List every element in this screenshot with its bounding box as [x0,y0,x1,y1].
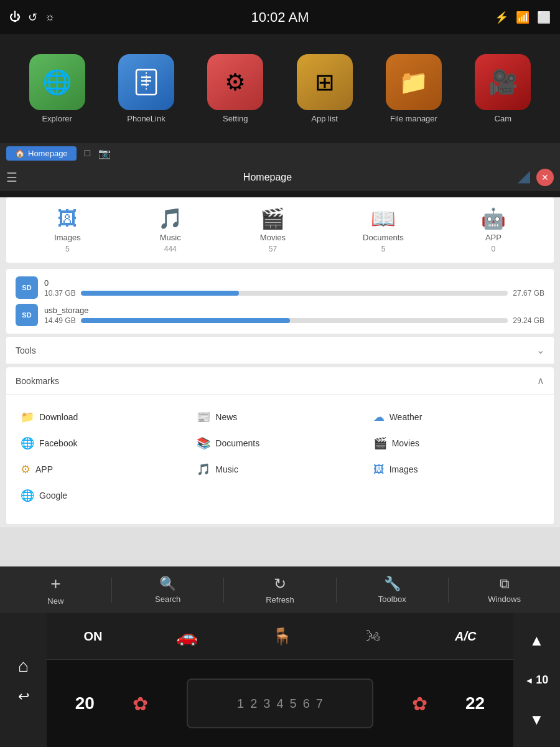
fan-level-6[interactable]: 6 [303,697,310,711]
storage-name-usb: usb_storage [44,306,544,315]
app-icon: 🤖 [481,207,506,230]
fan-level-2[interactable]: 2 [250,697,257,711]
refresh-btn-icon: ↻ [274,575,286,593]
bookmark-movies-label: Movies [392,438,419,448]
storage-usb[interactable]: SD usb_storage 14.49 GB 29.24 GB [16,304,544,326]
explorer-icon: 🌐 [29,54,85,110]
fan-level-3[interactable]: 3 [263,697,270,711]
storage-bar-bg-usb [81,318,508,323]
app-bar: 🌐 Explorer PhoneLink ⚙ Setting ⊞ App lis… [0,34,560,143]
storage-bar-fill-usb [81,318,290,323]
bookmark-images[interactable]: 🖼 Images [368,456,544,482]
fan-left-icon[interactable]: ✿ [133,693,148,715]
refresh-label: Refresh [266,595,294,604]
filemanager-icon: 📁 [386,54,442,110]
app-phonelink[interactable]: PhoneLink [118,54,174,123]
filemanager-label: File manager [390,114,437,123]
new-tab-icon[interactable]: □ [85,148,91,159]
bookmark-documents[interactable]: 📚 Documents [192,430,368,456]
media-app[interactable]: 🤖 APP 0 [481,207,506,253]
brightness-icon[interactable]: ☼ [45,11,55,24]
bookmark-news[interactable]: 📰 News [192,404,368,430]
tools-section-header[interactable]: Tools ⌄ [6,337,554,364]
bottom-toolbar: + New 🔍 Search ↻ Refresh 🔧 Toolbox ⧉ Win… [0,566,560,613]
windows-button[interactable]: ⧉ Windows [449,566,560,613]
setting-icon: ⚙ [207,54,263,110]
screenshot-icon[interactable]: 📷 [98,148,111,159]
car-icon: 🚗 [176,626,198,647]
bookmark-google-label: Google [39,491,67,500]
fan-level-7[interactable]: 7 [316,697,323,711]
movies-label: Movies [260,233,286,242]
back-button[interactable]: ↩ [18,688,29,705]
bookmark-download[interactable]: 📁 Download [16,404,192,430]
bookmark-music-label: Music [215,464,238,474]
homepage-tab[interactable]: 🏠 Homepage [6,146,77,161]
toolbox-icon: 🔧 [384,576,401,592]
media-movies[interactable]: 🎬 Movies 57 [260,207,286,253]
cam-icon: 🎥 [475,54,531,110]
toolbox-button[interactable]: 🔧 Toolbox [337,566,447,613]
bookmark-news-label: News [215,412,237,422]
app-filemanager[interactable]: 📁 File manager [386,54,442,123]
car-right-nav: ▲ ◄ 10 ▼ [513,613,560,747]
fan-level-5[interactable]: 5 [290,697,297,711]
app-setting[interactable]: ⚙ Setting [207,54,263,123]
bookmark-facebook-label: Facebook [39,438,77,448]
app-applist[interactable]: ⊞ App list [297,54,353,123]
fan-level-1[interactable]: 1 [237,697,244,711]
setting-label: Setting [223,114,248,123]
storage-sd0[interactable]: SD 0 10.37 GB 27.67 GB [16,276,544,299]
storage-used-0: 10.37 GB [44,289,76,298]
app-explorer[interactable]: 🌐 Explorer [29,54,85,123]
movies-bm-icon: 🎬 [373,436,387,450]
refresh-icon[interactable]: ↺ [28,11,37,24]
bookmark-music[interactable]: 🎵 Music [192,456,368,482]
bookmark-app[interactable]: ⚙ APP [16,456,192,482]
music-label: Music [160,233,181,242]
volume-up-button[interactable]: ▲ [530,632,544,649]
search-button[interactable]: 🔍 Search [113,566,223,613]
bookmarks-section-header[interactable]: Bookmarks ∧ [6,367,554,395]
media-music[interactable]: 🎵 Music 444 [158,207,183,253]
sd-icon-usb: SD [16,304,38,326]
ac-label[interactable]: A/C [455,629,476,644]
bookmark-documents-label: Documents [215,438,259,448]
storage-section: SD 0 10.37 GB 27.67 GB SD usb_storage 14… [6,269,554,334]
status-left-icons: ⏻ ↺ ☼ [9,11,55,24]
bookmark-google[interactable]: 🌐 Google [16,482,192,509]
power-on-label[interactable]: ON [83,629,102,644]
power-icon[interactable]: ⏻ [9,11,21,24]
facebook-icon: 🌐 [21,436,34,450]
fan-level-4[interactable]: 4 [276,697,283,711]
temp-right[interactable]: 22 [465,693,485,713]
news-icon: 📰 [197,410,210,424]
home-button[interactable]: ⌂ [18,656,29,676]
bookmark-weather[interactable]: ☁ Weather [368,404,544,430]
fan-right-icon[interactable]: ✿ [412,693,427,715]
close-button[interactable]: ✕ [536,169,554,186]
bookmark-facebook[interactable]: 🌐 Facebook [16,430,192,456]
bookmark-movies[interactable]: 🎬 Movies [368,430,544,456]
home-icon: 🏠 [15,149,25,158]
app-cam[interactable]: 🎥 Cam [475,54,531,123]
applist-icon: ⊞ [297,54,353,110]
storage-bar-fill-0 [81,291,239,296]
usb-icon: ⚡ [495,11,508,24]
temp-left[interactable]: 20 [75,693,95,713]
app-bm-icon: ⚙ [21,463,30,476]
cam-label: Cam [495,114,511,123]
new-button[interactable]: + New [0,566,111,613]
music-count: 444 [164,245,177,253]
new-label: New [47,596,63,606]
refresh-button[interactable]: ↻ Refresh [225,566,335,613]
media-images[interactable]: 🖼 Images 5 [54,207,81,253]
images-bm-icon: 🖼 [373,463,385,476]
media-documents[interactable]: 📖 Documents 5 [363,207,404,253]
volume-down-button[interactable]: ▼ [530,711,544,728]
app-media-label: APP [485,233,502,242]
menu-button[interactable]: ☰ [6,170,17,185]
bookmarks-grid: 📁 Download 📰 News ☁ Weather 🌐 Facebook 📚… [16,398,544,515]
bookmarks-section: 📁 Download 📰 News ☁ Weather 🌐 Facebook 📚… [6,395,554,524]
movies-icon: 🎬 [260,207,285,230]
